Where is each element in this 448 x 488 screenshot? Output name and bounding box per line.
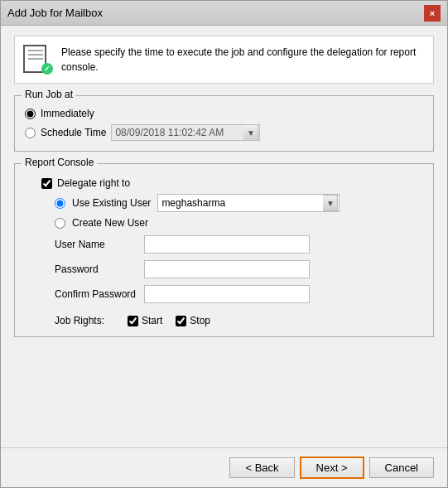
user-select-wrapper: meghasharma ▼ — [157, 194, 340, 212]
schedule-time-label: Schedule Time — [41, 127, 106, 138]
username-input[interactable] — [144, 235, 310, 254]
cancel-button[interactable]: Cancel — [369, 457, 434, 478]
schedule-input-wrapper: ▼ — [111, 124, 260, 141]
use-existing-label: Use Existing User — [72, 197, 151, 209]
immediately-row: Immediately — [25, 108, 423, 119]
delegate-row: Delegate right to — [25, 177, 423, 189]
immediately-radio[interactable] — [25, 109, 36, 119]
stop-checkbox[interactable] — [176, 316, 186, 326]
back-button[interactable]: < Back — [229, 457, 294, 478]
check-badge-icon: ✓ — [41, 63, 53, 75]
run-job-at-group: Run Job at Immediately Schedule Time ▼ — [14, 95, 434, 152]
confirm-password-input[interactable] — [144, 285, 310, 303]
create-new-row: Create New User — [25, 217, 423, 229]
username-row: User Name — [25, 235, 423, 254]
password-label: Password — [55, 263, 137, 275]
info-text: Please specify the time to execute the j… — [61, 45, 425, 75]
window-title: Add Job for Mailbox — [7, 7, 103, 19]
create-new-radio[interactable] — [55, 218, 65, 229]
use-existing-radio[interactable] — [55, 198, 65, 209]
use-existing-row: Use Existing User meghasharma ▼ — [25, 194, 423, 212]
report-console-inner: Delegate right to Use Existing User megh… — [25, 177, 423, 326]
close-button[interactable]: × — [424, 5, 441, 22]
stop-label: Stop — [190, 315, 210, 326]
info-box: ✓ Please specify the time to execute the… — [14, 36, 434, 84]
job-rights-row: Job Rights: Start Stop — [25, 315, 423, 326]
create-new-label: Create New User — [72, 217, 148, 229]
password-row: Password — [25, 260, 423, 278]
document-icon: ✓ — [23, 45, 53, 75]
delegate-label: Delegate right to — [57, 177, 130, 189]
confirm-password-label: Confirm Password — [55, 288, 137, 300]
confirm-password-row: Confirm Password — [25, 285, 423, 303]
start-pair: Start — [128, 315, 162, 326]
report-console-label: Report Console — [22, 157, 97, 168]
job-rights-label: Job Rights: — [55, 315, 114, 326]
immediately-label: Immediately — [41, 108, 94, 119]
main-window: Add Job for Mailbox × ✓ Please specify t… — [0, 0, 448, 488]
schedule-time-row: Schedule Time ▼ — [25, 124, 423, 141]
next-button[interactable]: Next > — [300, 457, 364, 479]
start-label: Start — [142, 315, 162, 326]
title-bar: Add Job for Mailbox × — [1, 1, 447, 26]
content-area: ✓ Please specify the time to execute the… — [1, 26, 447, 447]
footer: < Back Next > Cancel — [1, 447, 447, 487]
report-console-group: Report Console Delegate right to Use Exi… — [14, 163, 434, 337]
run-job-at-label: Run Job at — [22, 89, 76, 100]
username-label: User Name — [55, 239, 137, 250]
stop-pair: Stop — [176, 315, 210, 326]
existing-user-select[interactable]: meghasharma — [157, 194, 340, 212]
schedule-time-input[interactable] — [111, 124, 260, 141]
delegate-checkbox[interactable] — [41, 178, 52, 189]
start-checkbox[interactable] — [128, 316, 138, 326]
password-input[interactable] — [144, 260, 310, 278]
schedule-time-radio[interactable] — [25, 128, 36, 138]
